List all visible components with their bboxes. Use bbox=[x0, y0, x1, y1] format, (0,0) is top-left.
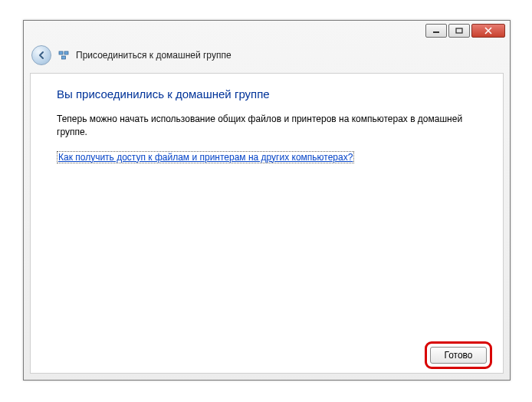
titlebar bbox=[24, 21, 510, 44]
wizard-header: Присоединиться к домашней группе bbox=[24, 44, 510, 71]
svg-rect-1 bbox=[456, 28, 462, 33]
svg-rect-0 bbox=[433, 31, 439, 33]
page-heading: Вы присоединились к домашней группе bbox=[57, 87, 477, 100]
svg-rect-2 bbox=[59, 51, 63, 54]
button-bar: Готово bbox=[31, 338, 503, 373]
back-button[interactable] bbox=[31, 45, 51, 65]
highlight-annotation: Готово bbox=[425, 341, 492, 369]
content-panel: Вы присоединились к домашней группе Тепе… bbox=[30, 73, 504, 374]
homegroup-icon bbox=[57, 49, 70, 61]
svg-rect-4 bbox=[62, 56, 66, 59]
maximize-button[interactable] bbox=[448, 24, 470, 38]
dialog-window: Присоединиться к домашней группе Вы прис… bbox=[23, 20, 511, 381]
arrow-left-icon bbox=[36, 50, 47, 61]
wizard-title: Присоединиться к домашней группе bbox=[76, 50, 232, 61]
minimize-button[interactable] bbox=[425, 24, 447, 38]
close-button[interactable] bbox=[471, 24, 505, 38]
body-text: Теперь можно начать использование общих … bbox=[57, 113, 477, 139]
content-inner: Вы присоединились к домашней группе Тепе… bbox=[31, 74, 503, 163]
done-button[interactable]: Готово bbox=[430, 347, 487, 364]
svg-rect-3 bbox=[64, 51, 68, 54]
help-link[interactable]: Как получить доступ к файлам и принтерам… bbox=[57, 151, 354, 163]
